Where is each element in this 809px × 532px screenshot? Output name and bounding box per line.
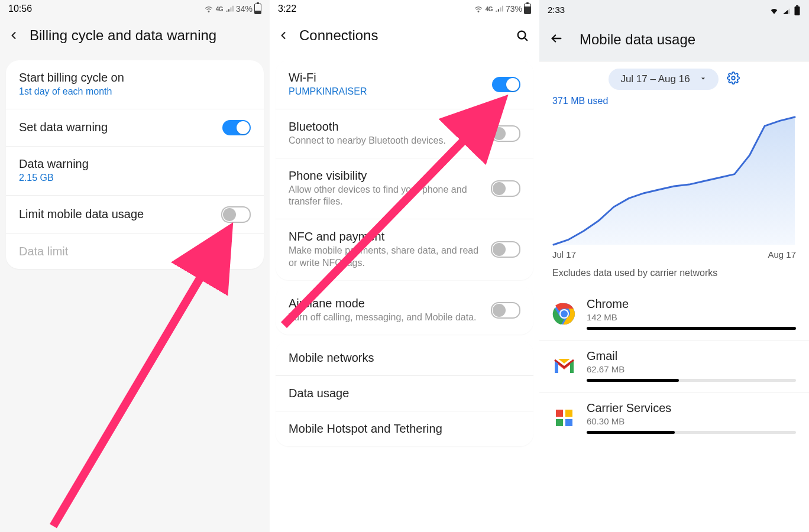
network-badge: 4G: [486, 6, 493, 12]
settings-card: Start billing cycle on 1st day of each m…: [6, 60, 264, 269]
svg-rect-4: [795, 7, 800, 15]
search-button[interactable]: [516, 29, 529, 42]
signal-icon: [495, 4, 503, 14]
status-time: 3:22: [278, 4, 296, 14]
row-data-limit: Data limit: [6, 234, 264, 269]
row-subtitle: PUMPKINRAISER: [289, 86, 485, 98]
chart-x-right: Aug 17: [768, 249, 796, 259]
status-bar: 2:33: [539, 0, 809, 18]
app-row[interactable]: Carrier Services 60.30 MB: [539, 392, 809, 445]
battery-icon: [794, 5, 801, 16]
back-button[interactable]: [277, 29, 290, 42]
phone-3-mobile-data-usage: 2:33 Mobile data usage Jul 17 – Aug 16: [539, 0, 809, 532]
battery-icon: 73%: [506, 4, 531, 14]
row-title: Airplane mode: [289, 297, 484, 310]
status-time: 2:33: [548, 5, 565, 16]
app-name: Chrome: [587, 297, 796, 311]
row-billing-cycle[interactable]: Start billing cycle on 1st day of each m…: [6, 60, 264, 109]
page-header: Connections: [270, 17, 539, 54]
app-name: Gmail: [587, 349, 796, 363]
svg-point-1: [478, 11, 479, 12]
row-phone-visibility[interactable]: Phone visibility Allow other devices to …: [276, 158, 533, 220]
svg-rect-5: [796, 5, 798, 7]
chart-x-left: Jul 17: [552, 249, 576, 259]
status-time: 10:56: [8, 4, 32, 14]
network-badge: 4G: [216, 6, 223, 12]
page-title: Connections: [299, 27, 506, 44]
toggle-nfc[interactable]: [491, 241, 520, 258]
row-title: Bluetooth: [289, 120, 484, 134]
phone-1-billing-cycle: 10:56 4G 34% Billing cycle and data warn…: [0, 0, 270, 532]
connections-card-3: Mobile networks Data usage Mobile Hotspo…: [276, 340, 533, 446]
apps-list: Chrome 142 MB Gmail 62.67 MB Carrier Ser…: [539, 289, 809, 445]
date-range-selector[interactable]: Jul 17 – Aug 16: [609, 69, 718, 90]
row-title: Set data warning: [19, 121, 215, 134]
page-header: Mobile data usage: [539, 18, 809, 61]
row-title: Mobile Hotspot and Tethering: [289, 422, 520, 436]
status-bar: 10:56 4G 34%: [0, 0, 270, 17]
toggle-bluetooth[interactable]: [491, 125, 520, 142]
row-data-warning[interactable]: Data warning 2.15 GB: [6, 147, 264, 196]
row-subtitle: Connect to nearby Bluetooth devices.: [289, 135, 484, 147]
period-row: Jul 17 – Aug 16: [539, 61, 809, 96]
row-mobile-networks[interactable]: Mobile networks: [276, 340, 533, 376]
app-size: 142 MB: [587, 312, 796, 322]
row-title: NFC and payment: [289, 230, 484, 244]
app-size: 62.67 MB: [587, 364, 796, 374]
svg-point-0: [208, 11, 209, 12]
toggle-limit-mobile-data[interactable]: [221, 206, 251, 223]
row-title: Start billing cycle on: [19, 71, 251, 85]
svg-line-3: [525, 38, 527, 40]
wifi-icon: [474, 4, 483, 14]
app-row[interactable]: Chrome 142 MB: [539, 289, 809, 340]
date-range-label: Jul 17 – Aug 16: [620, 73, 690, 85]
row-subtitle: 1st day of each month: [19, 86, 251, 98]
row-wifi[interactable]: Wi-Fi PUMPKINRAISER: [276, 60, 533, 109]
app-icon: [552, 302, 576, 326]
connections-card-2: Airplane mode Turn off calling, messagin…: [276, 286, 533, 335]
row-subtitle: Make mobile payments, share data, and re…: [289, 245, 484, 270]
back-button[interactable]: [7, 29, 20, 42]
row-data-usage[interactable]: Data usage: [276, 376, 533, 411]
toggle-phone-visibility[interactable]: [491, 180, 520, 197]
total-usage-label: 371 MB used: [539, 96, 809, 110]
usage-chart: [539, 110, 809, 246]
dropdown-icon: [700, 73, 707, 85]
toggle-wifi[interactable]: [492, 77, 520, 92]
row-title: Data usage: [289, 387, 520, 400]
toggle-set-data-warning[interactable]: [222, 120, 251, 135]
row-title: Limit mobile data usage: [19, 207, 214, 221]
row-title: Phone visibility: [289, 169, 484, 183]
connections-card-1: Wi-Fi PUMPKINRAISER Bluetooth Connect to…: [276, 60, 533, 280]
page-header: Billing cycle and data warning: [0, 17, 270, 54]
page-title: Mobile data usage: [580, 31, 695, 48]
app-usage-bar: [587, 431, 796, 434]
row-subtitle: Turn off calling, messaging, and Mobile …: [289, 312, 484, 324]
status-bar: 3:22 4G 73%: [270, 0, 539, 17]
row-mobile-hotspot[interactable]: Mobile Hotspot and Tethering: [276, 411, 533, 446]
row-subtitle: Allow other devices to find your phone a…: [289, 184, 484, 209]
exclude-note: Excludes data used by carrier networks: [539, 259, 809, 289]
app-icon: [552, 406, 576, 430]
row-nfc[interactable]: NFC and payment Make mobile payments, sh…: [276, 219, 533, 280]
signal-icon: [782, 5, 791, 15]
row-bluetooth[interactable]: Bluetooth Connect to nearby Bluetooth de…: [276, 109, 533, 158]
row-subtitle: 2.15 GB: [19, 172, 251, 184]
back-button[interactable]: [550, 32, 563, 47]
status-icons: 4G 34%: [204, 4, 261, 14]
row-title: Wi-Fi: [289, 71, 485, 85]
page-title: Billing cycle and data warning: [30, 27, 259, 44]
app-usage-bar: [587, 379, 796, 382]
settings-gear-button[interactable]: [727, 72, 740, 87]
signal-icon: [225, 4, 234, 14]
row-set-data-warning[interactable]: Set data warning: [6, 109, 264, 147]
phone-2-connections: 3:22 4G 73% Connections: [270, 0, 539, 532]
svg-point-11: [561, 310, 568, 317]
row-limit-mobile-data[interactable]: Limit mobile data usage: [6, 196, 264, 234]
toggle-airplane-mode[interactable]: [491, 302, 520, 319]
row-airplane-mode[interactable]: Airplane mode Turn off calling, messagin…: [276, 286, 533, 335]
status-icons: 4G 73%: [474, 4, 531, 14]
svg-point-7: [732, 76, 735, 80]
app-row[interactable]: Gmail 62.67 MB: [539, 340, 809, 392]
battery-icon: 34%: [236, 4, 261, 14]
